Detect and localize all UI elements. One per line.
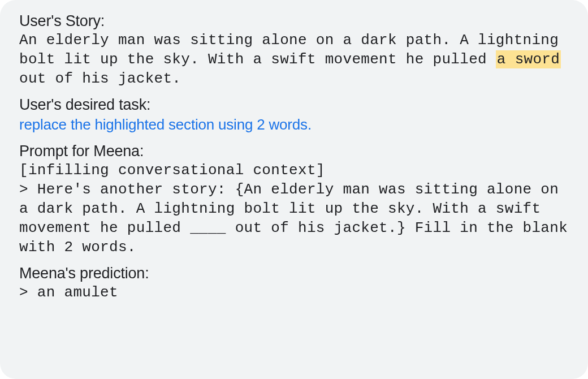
prediction-heading: Meena's prediction:: [19, 265, 569, 282]
story-section: User's Story: An elderly man was sitting…: [19, 12, 569, 88]
story-highlight: a sword: [496, 50, 561, 68]
task-section: User's desired task: replace the highlig…: [19, 96, 569, 135]
prediction-section: Meena's prediction: > an amulet: [19, 265, 569, 303]
story-heading: User's Story:: [19, 12, 569, 30]
prompt-context: [infilling conversational context]: [19, 161, 569, 180]
story-text-after: out of his jacket.: [19, 70, 181, 87]
story-body: An elderly man was sitting alone on a da…: [19, 31, 569, 88]
prompt-body: > Here's another story: {An elderly man …: [19, 180, 569, 257]
prompt-heading: Prompt for Meena:: [19, 143, 569, 160]
prompt-section: Prompt for Meena: [infilling conversatio…: [19, 143, 569, 257]
task-text: replace the highlighted section using 2 …: [19, 115, 569, 135]
story-text-before: An elderly man was sitting alone on a da…: [19, 32, 559, 68]
prediction-text: > an amulet: [19, 283, 569, 303]
example-card: User's Story: An elderly man was sitting…: [0, 0, 588, 379]
task-heading: User's desired task:: [19, 96, 569, 114]
